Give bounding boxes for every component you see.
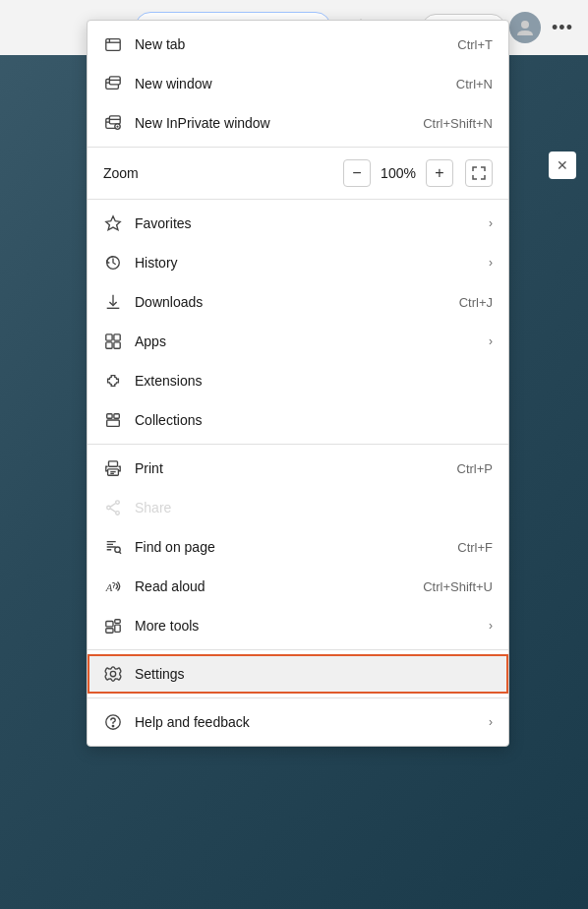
downloads-label: Downloads <box>135 294 443 310</box>
menu-item-help-feedback[interactable]: Help and feedback › <box>88 702 508 742</box>
history-label: History <box>135 255 481 271</box>
menu-item-find-on-page[interactable]: Find on page Ctrl+F <box>88 527 508 567</box>
zoom-controls: − 100% + <box>343 159 493 187</box>
menu-item-print[interactable]: Print Ctrl+P <box>88 449 508 488</box>
favorites-arrow: › <box>489 216 493 230</box>
extensions-icon <box>103 371 123 391</box>
svg-rect-31 <box>109 461 118 466</box>
read-aloud-icon: A ʔ <box>103 576 123 596</box>
apps-icon <box>103 332 123 351</box>
svg-point-48 <box>110 671 115 676</box>
svg-point-37 <box>116 512 120 515</box>
more-menu-button[interactable]: ••• <box>545 10 580 45</box>
more-tools-icon <box>103 616 123 636</box>
menu-item-extensions[interactable]: Extensions <box>88 361 508 400</box>
svg-rect-30 <box>107 420 120 426</box>
extensions-label: Extensions <box>135 373 493 389</box>
svg-rect-47 <box>115 620 120 624</box>
svg-rect-26 <box>106 342 112 348</box>
svg-line-39 <box>110 509 115 513</box>
share-icon <box>103 498 123 517</box>
avatar-button[interactable] <box>509 12 541 43</box>
browser-menu-dropdown: New tab Ctrl+T New window Ctrl+N <box>87 20 509 747</box>
svg-line-38 <box>110 504 115 508</box>
print-shortcut: Ctrl+P <box>457 461 493 476</box>
divider-after-inprivate <box>88 147 508 148</box>
share-label: Share <box>135 500 493 515</box>
read-aloud-shortcut: Ctrl+Shift+U <box>423 579 493 594</box>
menu-item-new-inprivate[interactable]: New InPrivate window Ctrl+Shift+N <box>88 103 508 143</box>
svg-rect-28 <box>107 414 112 419</box>
divider-after-collections <box>88 444 508 445</box>
menu-item-apps[interactable]: Apps › <box>88 322 508 361</box>
downloads-shortcut: Ctrl+J <box>459 295 493 310</box>
svg-point-35 <box>116 501 120 505</box>
svg-rect-6 <box>106 39 120 51</box>
svg-rect-45 <box>115 625 120 632</box>
history-arrow: › <box>489 256 493 270</box>
svg-point-5 <box>521 21 529 29</box>
close-panel-button[interactable]: ✕ <box>549 152 576 179</box>
find-on-page-label: Find on page <box>135 539 441 555</box>
new-tab-label: New tab <box>135 36 441 52</box>
help-feedback-icon <box>103 712 123 732</box>
zoom-increase-button[interactable]: + <box>426 159 453 187</box>
ellipsis-icon: ••• <box>552 18 573 38</box>
svg-rect-29 <box>114 414 119 419</box>
menu-item-favorites[interactable]: Favorites › <box>88 204 508 243</box>
svg-rect-44 <box>106 622 113 627</box>
collections-label: Collections <box>135 412 493 428</box>
collections-icon <box>103 410 123 430</box>
read-aloud-label: Read aloud <box>135 578 407 594</box>
favorites-icon <box>103 213 123 233</box>
downloads-icon <box>103 292 123 312</box>
svg-marker-20 <box>106 216 120 230</box>
menu-item-read-aloud[interactable]: A ʔ Read aloud Ctrl+Shift+U <box>88 567 508 606</box>
settings-label: Settings <box>135 666 493 682</box>
divider-after-more-tools <box>88 649 508 650</box>
zoom-decrease-button[interactable]: − <box>343 159 371 187</box>
svg-line-41 <box>119 552 121 554</box>
svg-rect-46 <box>106 629 113 634</box>
more-tools-label: More tools <box>135 618 481 634</box>
zoom-value: 100% <box>379 165 418 181</box>
find-on-page-shortcut: Ctrl+F <box>457 540 493 555</box>
find-on-page-icon <box>103 537 123 557</box>
print-label: Print <box>135 460 441 476</box>
new-window-icon <box>103 74 123 93</box>
svg-rect-27 <box>114 342 120 348</box>
svg-point-40 <box>115 547 120 552</box>
menu-item-new-window[interactable]: New window Ctrl+N <box>88 64 508 103</box>
divider-after-zoom <box>88 199 508 200</box>
settings-icon <box>103 664 123 684</box>
menu-item-share: Share <box>88 488 508 527</box>
svg-rect-24 <box>106 334 112 340</box>
new-inprivate-shortcut: Ctrl+Shift+N <box>423 116 493 131</box>
menu-item-history[interactable]: History › <box>88 243 508 282</box>
favorites-label: Favorites <box>135 215 481 231</box>
menu-item-new-tab[interactable]: New tab Ctrl+T <box>88 25 508 64</box>
svg-text:ʔ: ʔ <box>112 582 116 590</box>
apps-label: Apps <box>135 333 481 349</box>
new-inprivate-label: New InPrivate window <box>135 115 407 131</box>
zoom-row: Zoom − 100% + <box>88 152 508 195</box>
apps-arrow: › <box>489 334 493 348</box>
menu-item-more-tools[interactable]: More tools › <box>88 606 508 645</box>
help-feedback-arrow: › <box>489 715 493 729</box>
svg-rect-25 <box>114 334 120 340</box>
divider-after-settings <box>88 697 508 698</box>
new-tab-shortcut: Ctrl+T <box>457 37 493 52</box>
zoom-fullscreen-button[interactable] <box>465 159 493 187</box>
menu-item-collections[interactable]: Collections <box>88 400 508 440</box>
new-tab-icon <box>103 34 123 54</box>
help-feedback-label: Help and feedback <box>135 714 481 730</box>
svg-point-50 <box>112 725 113 726</box>
new-window-shortcut: Ctrl+N <box>456 77 493 91</box>
new-inprivate-icon <box>103 113 123 133</box>
menu-item-downloads[interactable]: Downloads Ctrl+J <box>88 282 508 322</box>
menu-item-settings[interactable]: Settings <box>88 654 508 694</box>
history-icon <box>103 253 123 273</box>
print-icon <box>103 458 123 478</box>
more-tools-arrow: › <box>489 619 493 633</box>
zoom-label: Zoom <box>103 165 343 181</box>
